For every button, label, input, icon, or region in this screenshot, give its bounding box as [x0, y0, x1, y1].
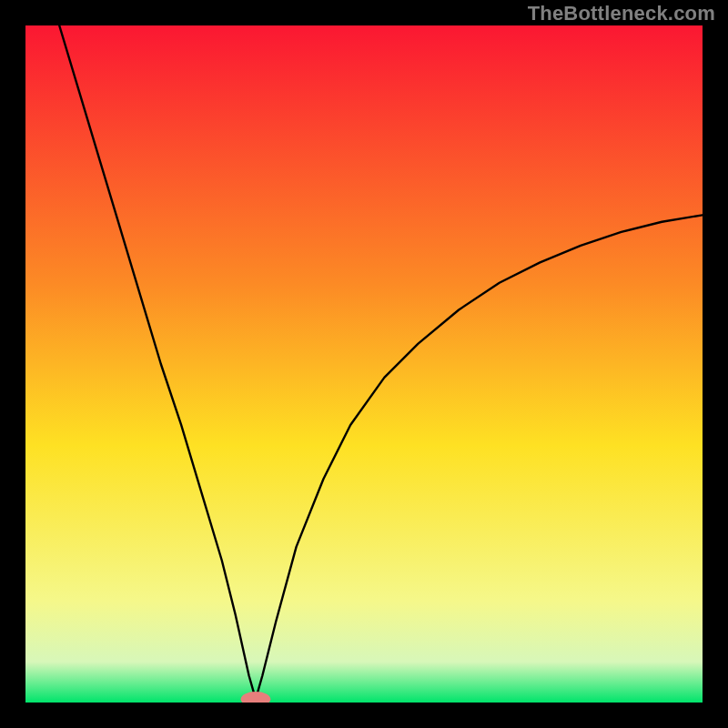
chart-frame: TheBottleneck.com	[0, 0, 728, 728]
gradient-background	[25, 25, 703, 703]
plot-area	[25, 25, 703, 703]
chart-svg	[25, 25, 703, 703]
watermark-text: TheBottleneck.com	[528, 2, 715, 25]
